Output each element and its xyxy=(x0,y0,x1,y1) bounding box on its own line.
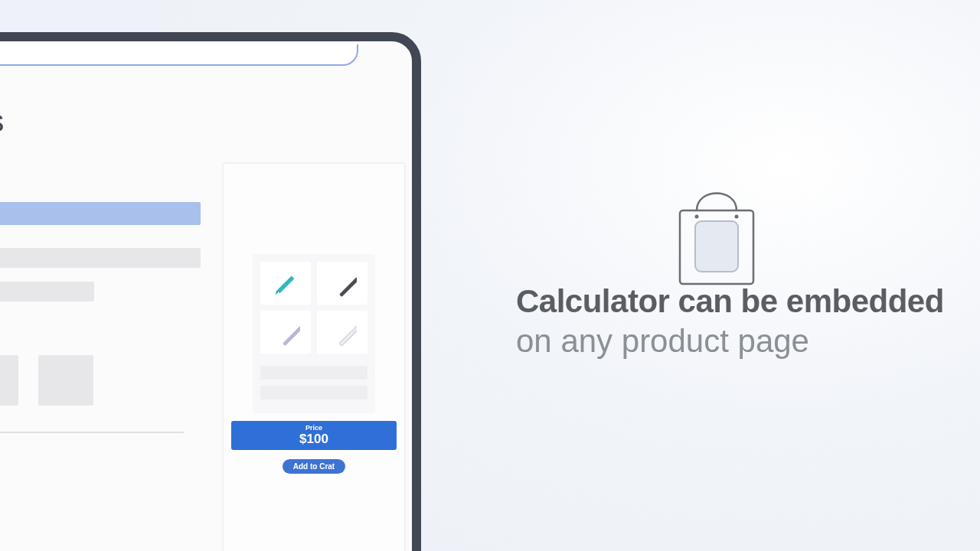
calculator-card: Price $100 Add to Crat xyxy=(224,164,404,551)
swatch-lavender[interactable] xyxy=(260,311,311,354)
svg-rect-1 xyxy=(283,326,300,346)
add-to-cart-button[interactable]: Add to Crat xyxy=(283,459,345,474)
product-details-column xyxy=(0,202,201,433)
svg-point-6 xyxy=(735,215,739,219)
price-box: Price $100 xyxy=(231,421,397,450)
svg-point-5 xyxy=(695,215,699,219)
swatch-panel xyxy=(253,254,375,413)
swatch-white[interactable] xyxy=(317,311,368,354)
url-bar[interactable] xyxy=(0,44,358,66)
svg-rect-4 xyxy=(695,221,738,272)
pen-swatch-black-icon xyxy=(328,269,357,298)
shopping-bag-icon xyxy=(674,172,760,287)
input-placeholder[interactable] xyxy=(260,386,368,399)
page-title-fragment: nts xyxy=(0,104,4,139)
swatch-black[interactable] xyxy=(317,262,368,305)
svg-rect-0 xyxy=(339,277,357,297)
thumbnail-row xyxy=(0,355,201,406)
text-placeholder xyxy=(0,282,94,302)
divider xyxy=(0,432,184,433)
marketing-line-2: on any product page xyxy=(516,323,975,360)
pen-swatch-white-icon xyxy=(328,318,357,347)
heading-placeholder xyxy=(0,202,201,225)
price-value: $100 xyxy=(231,432,397,446)
input-placeholder[interactable] xyxy=(260,366,368,380)
pen-swatch-lavender-icon xyxy=(271,318,300,347)
svg-rect-2 xyxy=(339,326,357,346)
swatch-cyan[interactable] xyxy=(260,262,311,305)
text-placeholder xyxy=(0,248,201,268)
marketing-copy: Calculator can be embedded on any produc… xyxy=(516,283,975,360)
thumbnail[interactable] xyxy=(38,355,93,406)
pen-swatch-cyan-icon xyxy=(271,269,300,298)
tablet-frame: nts xyxy=(0,32,421,551)
marketing-line-1: Calculator can be embedded xyxy=(516,283,975,320)
thumbnail[interactable] xyxy=(0,355,18,406)
